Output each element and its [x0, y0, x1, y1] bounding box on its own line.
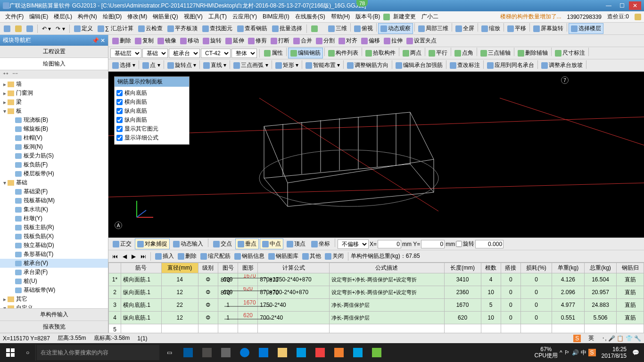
notification-badge[interactable]: 78: [356, 0, 368, 7]
edit-button[interactable]: 修剪: [246, 36, 269, 46]
tree-node[interactable]: 楼层板带(H): [0, 169, 108, 178]
edit-button[interactable]: 分割: [314, 36, 337, 46]
display-toggle-item[interactable]: 显示详细公式: [116, 133, 187, 142]
tree-node[interactable]: 柱帽(V): [0, 133, 108, 142]
tree-node[interactable]: 筏板基础(M): [0, 196, 108, 205]
display-toggle-item[interactable]: 纵向底筋: [116, 107, 187, 115]
tree-node[interactable]: 板洞(N): [0, 142, 108, 151]
tree-node[interactable]: 基础梁(F): [0, 187, 108, 196]
edit-button[interactable]: 移动: [178, 36, 201, 46]
draw-tool-button[interactable]: 矩形 ▾: [273, 60, 300, 70]
cortana-icon[interactable]: ○: [20, 345, 36, 361]
grid-prev-button[interactable]: ◀: [121, 252, 129, 261]
tray-sogou-icon[interactable]: S: [588, 349, 596, 356]
tb-app-3[interactable]: [217, 344, 235, 362]
toolbar-view-button[interactable]: 全屏: [454, 23, 476, 34]
menu-item[interactable]: BIM应用(I): [260, 12, 292, 22]
tray-up-icon[interactable]: ^: [560, 349, 562, 356]
news-ticker[interactable]: 楼梯的构件数量增加了...: [500, 13, 561, 21]
tray-ime-label[interactable]: 中: [581, 349, 586, 357]
snap-toggle[interactable]: 动态输入: [171, 239, 206, 249]
x-input[interactable]: [378, 240, 401, 248]
draw-tool-button[interactable]: 智能布置 ▾: [304, 60, 342, 70]
layer-select[interactable]: 基础层: [110, 49, 141, 58]
user-button[interactable]: 广小二: [419, 12, 441, 22]
sidebar-tab-report[interactable]: 报表预览: [0, 321, 108, 333]
draw-tool-button[interactable]: 点 ▾: [140, 60, 162, 70]
ime-lang-label[interactable]: 英: [588, 334, 594, 342]
tree-node[interactable]: 筏板负筋(X): [0, 232, 108, 241]
toolbar-view-button[interactable]: 局部三维: [416, 23, 450, 34]
toolbar-view-button[interactable]: 三维: [326, 23, 349, 34]
filter-tool-button[interactable]: 尺寸标注: [553, 48, 587, 58]
menu-item[interactable]: 编辑(E): [27, 12, 50, 22]
edit-button[interactable]: 对齐: [337, 36, 359, 46]
taskbar-search[interactable]: 在这里输入你要搜索的内容: [37, 345, 159, 360]
toolbar-button[interactable]: 平齐板顶: [165, 24, 199, 33]
snap-toggle[interactable]: 顶点: [284, 239, 308, 249]
edit-button[interactable]: 延伸: [223, 36, 246, 46]
sidebar-pin-icon[interactable]: 📌 ✕: [92, 37, 105, 44]
toolbar-button[interactable]: 查看钢筋: [235, 24, 269, 33]
edit-button[interactable]: 旋转: [201, 36, 223, 46]
filter-tool-button[interactable]: 编辑钢筋: [288, 48, 323, 58]
filter-tool-button[interactable]: 点角: [453, 48, 475, 58]
tree-node[interactable]: ▸其它: [0, 295, 108, 304]
menu-item[interactable]: 工具(T): [206, 12, 229, 22]
undo-button[interactable]: ↶ ▾: [40, 25, 53, 33]
category-select[interactable]: 基础: [142, 49, 168, 58]
draw-tool-button[interactable]: 查改标注: [448, 60, 482, 70]
beans-label[interactable]: 造价豆:0: [607, 13, 629, 21]
display-toggle-item[interactable]: 纵向面筋: [116, 115, 187, 124]
filter-tool-button[interactable]: 三点辅轴: [479, 48, 512, 58]
gridbar-button[interactable]: 钢筋信息: [232, 251, 266, 261]
tree-node[interactable]: ▸墙: [0, 80, 108, 89]
tb-app-1[interactable]: [179, 344, 197, 362]
new-button[interactable]: [2, 25, 12, 33]
menu-item[interactable]: 帮助(H): [329, 12, 353, 22]
sidebar-tab-single[interactable]: 单构件输入: [0, 308, 108, 321]
tray-speaker-icon[interactable]: 🔊: [572, 349, 579, 356]
tb-explorer[interactable]: [273, 344, 291, 362]
menu-item[interactable]: 视图(V): [182, 12, 205, 22]
grid-last-button[interactable]: ⏭: [139, 252, 148, 261]
filter-tool-button[interactable]: 两点: [401, 48, 423, 58]
edit-button[interactable]: 打断: [269, 36, 291, 46]
menu-item[interactable]: 文件(F): [3, 12, 26, 22]
draw-tool-button[interactable]: 调整钢筋方向: [345, 60, 390, 70]
filter-tool-button[interactable]: 构件列表: [326, 48, 360, 58]
tree-node[interactable]: ▾基础: [0, 178, 108, 187]
edit-button[interactable]: 复制: [133, 36, 156, 46]
gridbar-button[interactable]: 插入: [153, 251, 176, 261]
tree-node[interactable]: 螺旋板(B): [0, 124, 108, 133]
user-icon[interactable]: [635, 14, 641, 20]
tree-node[interactable]: 基础板带(W): [0, 286, 108, 295]
tb-app-7[interactable]: [349, 344, 367, 362]
menu-item[interactable]: 楼层(L): [51, 12, 74, 22]
menu-item[interactable]: 版本号(B): [353, 12, 382, 22]
menu-item[interactable]: 云应用(Y): [230, 12, 259, 22]
snap-toggle[interactable]: 正交: [110, 239, 134, 249]
tree-node[interactable]: 承台梁(F): [0, 268, 108, 277]
toolbar-view-button[interactable]: 缩放: [479, 23, 502, 34]
tree-node[interactable]: 板负筋(F): [0, 160, 108, 169]
tree-node[interactable]: 桩承台(V): [0, 259, 108, 268]
tree-node[interactable]: 条形基础(T): [0, 250, 108, 259]
draw-tool-button[interactable]: 三点画弧 ▾: [231, 60, 270, 70]
draw-tool-button[interactable]: 直线 ▾: [201, 60, 228, 70]
draw-tool-button[interactable]: 调整承台放坡: [539, 60, 585, 70]
tree-node[interactable]: 桩(U): [0, 277, 108, 286]
close-button[interactable]: ✕: [629, 1, 641, 10]
help-button[interactable]: [309, 25, 320, 33]
phone-label[interactable]: 13907298339: [567, 14, 602, 20]
tree-node[interactable]: 现浇板(B): [0, 115, 108, 124]
grid-first-button[interactable]: ⏮: [110, 252, 120, 261]
rebar-datagrid[interactable]: 筋号直径(mm)级别图号图形计算公式公式描述长度(mm)根数搭接损耗(%)单重(…: [108, 262, 644, 333]
notifications-icon[interactable]: 💬: [632, 349, 639, 356]
y-input[interactable]: [421, 240, 445, 248]
snap-toggle[interactable]: 垂点: [235, 239, 259, 249]
axes-widget[interactable]: [132, 198, 156, 223]
ime-sogou-icon[interactable]: S: [573, 335, 581, 342]
tb-app-5[interactable]: [311, 344, 329, 362]
edit-button[interactable]: 镜像: [156, 36, 178, 46]
